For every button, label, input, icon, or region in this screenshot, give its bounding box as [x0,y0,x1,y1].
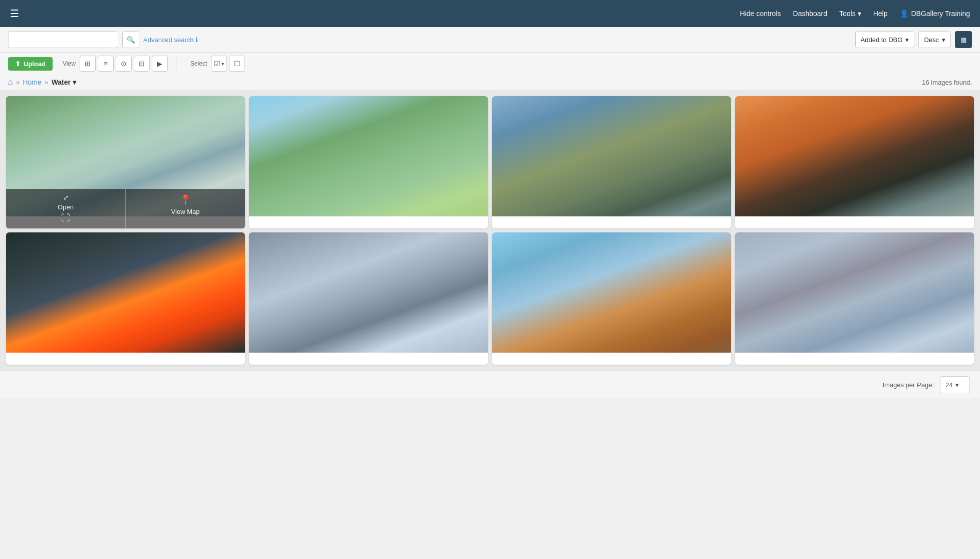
hide-controls-link[interactable]: Hide controls [740,10,781,18]
upload-button[interactable]: ⬆ Upload [8,57,53,71]
sort-order-dropdown[interactable]: Desc ▾ [918,31,951,48]
sort-by-arrow-icon: ▾ [905,36,909,44]
breadcrumb-left: ⌂ » Home » Water ▾ [8,78,76,87]
gallery-image [6,232,245,353]
gallery-item[interactable] [492,232,731,365]
grid-view-icon: ▦ [960,36,966,44]
slideshow-view-icon-btn[interactable]: ▶ [152,56,168,72]
sort-order-arrow-icon: ▾ [942,36,945,44]
breadcrumb-bar: ⌂ » Home » Water ▾ 16 images found. [0,75,980,90]
grid-view-icon-btn[interactable]: ⊞ [80,56,96,72]
hamburger-icon[interactable]: ☰ [10,8,19,20]
home-icon[interactable]: ⌂ [8,78,13,87]
gallery-item[interactable] [249,232,488,365]
open-button[interactable]: ⤢ Open ⛶ [6,189,126,228]
view-map-button[interactable]: 📍 View Map [126,189,245,228]
list-view-icon-btn[interactable]: ≡ [98,56,114,72]
masonry-view-icon-btn[interactable]: ⊟ [134,56,150,72]
expand-icon: ⛶ [61,213,70,223]
header-left: ☰ [10,8,19,20]
tools-menu[interactable]: Tools ▾ [839,10,861,18]
gallery-image [492,96,731,216]
gallery-item[interactable] [735,232,974,365]
gallery-item[interactable] [6,232,245,365]
breadcrumb-current: Water ▾ [52,78,76,86]
advanced-search-link[interactable]: Advanced search ℹ [143,36,198,44]
upload-arrow-icon: ⬆ [15,60,21,68]
breadcrumb-current-label[interactable]: Water [52,78,71,86]
upload-label: Upload [24,60,46,68]
search-icon: 🔍 [127,36,135,44]
help-link[interactable]: Help [873,10,888,18]
map-pin-icon: 📍 [179,194,192,206]
info-icon: ℹ [195,36,198,44]
gallery-image [249,232,488,353]
breadcrumb-sep-2: » [45,78,49,86]
dashboard-link[interactable]: Dashboard [793,10,828,18]
gallery-image [735,232,974,353]
per-page-dropdown[interactable]: 24 ▾ [940,376,970,393]
open-expand-icon: ⤢ [63,194,69,201]
open-label: Open [58,203,74,211]
breadcrumb-dropdown-icon[interactable]: ▾ [73,78,76,86]
view-map-label: View Map [171,208,200,215]
gallery-overlay: ⤢ Open ⛶ 📍 View Map [6,189,245,228]
select-buttons: ☑ ▾ ☐ [211,56,245,72]
view-label: View [63,60,76,67]
search-button[interactable]: 🔍 [122,31,139,48]
images-count: 16 images found. [922,79,972,86]
gallery-image [249,96,488,216]
per-page-label: Images per Page: [882,381,934,389]
select-label: Select [190,60,207,67]
gallery-image [492,232,731,353]
tools-label: Tools [839,10,856,18]
advanced-search-label: Advanced search [143,36,193,44]
separator [176,58,176,70]
tools-arrow-icon: ▾ [858,10,861,18]
select-all-btn[interactable]: ☐ [229,56,245,72]
view-buttons: ⊞ ≡ ⊙ ⊟ ▶ [80,56,168,72]
gallery-item[interactable] [735,96,974,228]
per-page-arrow-icon: ▾ [955,381,959,389]
breadcrumb-home-link[interactable]: Home [23,78,41,86]
toolbar: 🔍 Advanced search ℹ Added to DBG ▾ Desc … [0,27,980,53]
footer: Images per Page: 24 ▾ [0,371,980,398]
gallery-item[interactable]: ⤢ Open ⛶ 📍 View Map [6,96,245,228]
checkbox-icon: ☑ [214,60,220,68]
user-menu[interactable]: 👤 DBGallery Training [900,10,970,18]
search-input[interactable] [8,31,118,48]
sort-order-label: Desc [924,36,939,44]
map-view-icon-btn[interactable]: ⊙ [116,56,132,72]
sort-by-label: Added to DBG [861,36,903,44]
header-right: Hide controls Dashboard Tools ▾ Help 👤 D… [740,10,970,18]
user-icon: 👤 [900,10,908,18]
sort-area: Added to DBG ▾ Desc ▾ ▦ [855,31,972,48]
gallery-grid: ⤢ Open ⛶ 📍 View Map [0,90,980,371]
gallery-item[interactable] [492,96,731,228]
search-area: 🔍 Advanced search ℹ [8,31,198,48]
grid-view-button[interactable]: ▦ [955,31,972,48]
user-name-label: DBGallery Training [911,10,970,18]
select-dropdown-icon: ▾ [221,61,224,67]
controls-bar: ⬆ Upload View ⊞ ≡ ⊙ ⊟ ▶ Select ☑ ▾ ☐ [0,53,980,75]
select-checkbox-btn[interactable]: ☑ ▾ [211,56,227,72]
header: ☰ Hide controls Dashboard Tools ▾ Help 👤… [0,0,980,27]
per-page-value: 24 [945,381,952,389]
gallery-item[interactable] [249,96,488,228]
sort-by-dropdown[interactable]: Added to DBG ▾ [855,31,915,48]
gallery-image [735,96,974,216]
breadcrumb-sep-1: » [16,78,20,86]
